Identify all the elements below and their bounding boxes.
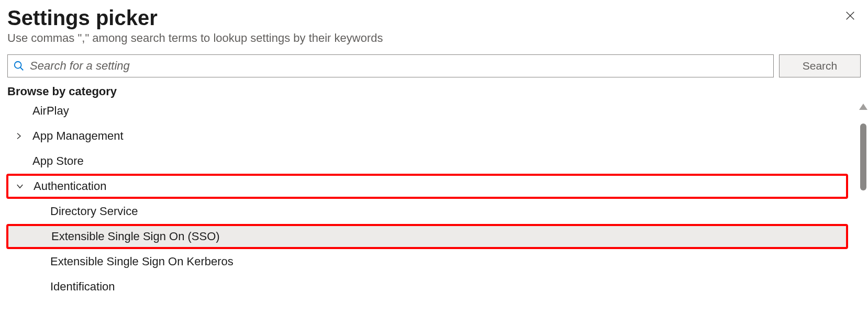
category-label: Authentication [34, 179, 106, 193]
category-app-store[interactable]: App Store [7, 149, 847, 174]
category-list: AirPlay App Management App Store [7, 98, 847, 299]
subcategory-label: Directory Service [50, 205, 138, 218]
chevron-right-icon [14, 131, 24, 141]
subcategory-label: Identification [50, 280, 115, 294]
category-app-management[interactable]: App Management [7, 123, 847, 149]
search-input[interactable] [29, 59, 768, 73]
subcategory-label: Extensible Single Sign On (SSO) [51, 230, 220, 243]
close-icon [844, 10, 856, 21]
page-title: Settings picker [7, 5, 158, 30]
subcategory-extensible-sso[interactable]: Extensible Single Sign On (SSO) [6, 224, 848, 249]
search-box[interactable] [7, 54, 774, 77]
search-button[interactable]: Search [779, 54, 861, 77]
category-label: AirPlay [32, 104, 69, 118]
category-label: App Store [32, 154, 84, 168]
category-label: App Management [32, 129, 124, 143]
svg-line-3 [20, 68, 24, 71]
subcategory-extensible-sso-kerberos[interactable]: Extensible Single Sign On Kerberos [7, 249, 847, 274]
page-subtitle: Use commas "," among search terms to loo… [7, 31, 861, 45]
subcategory-directory-service[interactable]: Directory Service [7, 199, 847, 224]
subcategory-label: Extensible Single Sign On Kerberos [50, 255, 233, 268]
chevron-down-icon [15, 181, 25, 192]
scroll-thumb[interactable] [860, 123, 866, 190]
svg-point-2 [15, 62, 21, 69]
subcategory-identification[interactable]: Identification [7, 274, 847, 299]
category-airplay[interactable]: AirPlay [7, 98, 847, 123]
scroll-up-icon [859, 104, 867, 110]
category-authentication[interactable]: Authentication [6, 174, 848, 199]
browse-by-category-label: Browse by category [7, 85, 861, 98]
close-button[interactable] [843, 8, 858, 23]
search-icon [13, 60, 25, 72]
scrollbar[interactable] [859, 104, 868, 315]
